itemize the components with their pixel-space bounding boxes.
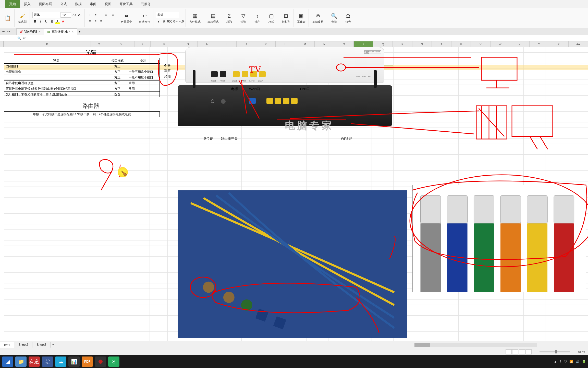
indent-dec-button[interactable]: ⇤ [104,13,109,18]
col-header-I[interactable]: I [217,41,237,47]
col-header-J[interactable]: J [237,41,256,47]
rowcol-button[interactable]: ⊞行和列 [281,11,291,25]
new-tab-button[interactable]: + [77,29,82,34]
taskbar-chart[interactable]: 📊 [68,356,80,367]
col-header-K[interactable]: K [256,41,276,47]
taskbar-start[interactable]: ◢ [2,356,13,367]
col-header-H[interactable]: H [198,41,217,47]
col-header-D[interactable]: D [107,41,134,47]
menu-tab-formula[interactable]: 公式 [56,0,71,8]
format-button[interactable]: ▢格式 [267,11,276,25]
view-normal-button[interactable] [506,349,512,354]
font-color-button[interactable]: A [60,19,66,24]
menu-tab-start[interactable]: 开始 [5,0,20,8]
menu-tab-review[interactable]: 审阅 [86,0,101,8]
sheet-tab-2[interactable]: Sheet2 [14,342,32,348]
tray-network-icon[interactable]: 📶 [569,360,573,363]
col-header-Z[interactable]: Z [549,41,568,47]
col-header-V[interactable]: V [471,41,490,47]
add-sheet-button[interactable]: + [51,342,56,347]
comma-button[interactable]: 000 [167,19,172,24]
col-header-L[interactable]: L [276,41,295,47]
fx-label[interactable]: fx [23,37,26,40]
name-box[interactable] [0,38,15,39]
number-format-select[interactable]: 常规 [156,12,179,18]
taskbar-wps[interactable]: S [108,356,119,367]
search-fx-icon[interactable]: 🔍 [17,37,21,40]
freeze-button[interactable]: ❄冻结窗格 [311,11,325,25]
font-grow-button[interactable]: A↑ [72,13,77,18]
col-header-U[interactable]: U [451,41,471,47]
percent-button[interactable]: % [162,19,167,24]
align-center-button[interactable]: ≡ [93,19,98,24]
undo-button[interactable]: ↶ [1,29,6,34]
sort-button[interactable]: ↕排序 [253,11,262,25]
fill-color-button[interactable]: A [55,19,60,24]
taskbar-files[interactable]: 📁 [15,356,27,367]
col-header-R[interactable]: R [393,41,412,47]
align-left-button[interactable]: ≡ [87,19,92,24]
col-header-AA[interactable]: AA [569,41,588,47]
worksheet-button[interactable]: ▣工作表 [296,11,307,25]
system-tray[interactable]: ▲ ? 🛡 📶 🔊 🔋 [554,360,586,363]
underline-button[interactable]: U [44,19,49,24]
align-right-button[interactable]: ≡ [99,19,104,24]
wrap-button[interactable]: ↩自动换行 [138,11,151,25]
sum-button[interactable]: Σ求和 [225,11,234,25]
align-top-button[interactable]: ⊤ [87,13,92,18]
sheet-tab-3[interactable]: Sheet3 [32,342,51,348]
decimal-inc-button[interactable]: .0→ [173,19,178,24]
currency-button[interactable]: ¥ [156,19,161,24]
col-header-O[interactable]: O [334,41,354,47]
font-shrink-button[interactable]: A↓ [77,13,82,18]
col-header-M[interactable]: M [295,41,315,47]
sheet-tab-1[interactable]: eet1 [0,342,14,348]
doctab-mywps[interactable]: W 我的WPS × [16,28,44,35]
filter-button[interactable]: ▽筛选 [239,11,248,25]
spreadsheet-grid[interactable]: BCDEFGHIJKLMNOPQRSTUVWXYZAA 光猫 释义 接口样式 备… [0,41,588,341]
taskbar-cloud[interactable]: ☁ [55,356,66,367]
format-painter-button[interactable]: 🖌 格式刷 [17,11,28,25]
col-header-N[interactable]: N [315,41,334,47]
taskbar-rec[interactable] [95,356,106,367]
bold-button[interactable]: B [32,19,38,24]
cond-format-button[interactable]: ▦条件格式 [188,11,202,25]
tray-shield-icon[interactable]: 🛡 [564,360,567,363]
cells-area[interactable]: 光猫 释义 接口样式 备注 固话接口方正 电视机顶盒方正一般不用这个接口 方正一… [4,47,588,341]
symbol-button[interactable]: Ω符号 [344,11,353,25]
redo-button[interactable]: ↷ [6,29,11,34]
paste-button[interactable]: 📋 [3,14,12,23]
col-header-X[interactable]: X [510,41,529,47]
decimal-dec-button[interactable]: ←.0 [178,19,183,24]
taskbar-pdf[interactable]: PDF [82,356,93,367]
find-button[interactable]: 🔍查找 [329,11,339,25]
align-middle-button[interactable]: ≡ [93,13,98,18]
align-bottom-button[interactable]: ⊥ [99,13,104,18]
doctab-file[interactable]: ▦ 宽带连接.xls * × [44,28,77,35]
view-page-button[interactable] [512,349,518,354]
indent-inc-button[interactable]: ⇥ [110,13,115,18]
menu-tab-insert[interactable]: 插入 [20,0,35,8]
font-name-select[interactable]: 宋体 [32,12,60,18]
close-tab-icon[interactable]: × [72,30,74,33]
col-header-F[interactable]: F [151,41,178,47]
taskbar-dev[interactable]: DEVC++ [42,356,53,367]
zoom-slider[interactable] [540,351,570,352]
select-all-corner[interactable] [0,41,4,47]
col-header-C[interactable]: C [91,41,107,47]
zoom-out-button[interactable]: − [535,350,536,354]
close-tab-icon[interactable]: × [39,30,41,33]
tray-help-icon[interactable]: ? [559,360,561,363]
view-break-button[interactable] [519,349,525,354]
col-header-P[interactable]: P [354,41,373,47]
taskbar-youdao[interactable]: 有道 [29,356,40,367]
horizontal-scrollbar[interactable] [414,343,537,347]
col-header-S[interactable]: S [412,41,432,47]
view-reading-button[interactable] [525,349,532,354]
font-size-select[interactable]: 12 [61,13,71,18]
col-header-G[interactable]: G [178,41,198,47]
menu-tab-data[interactable]: 数据 [71,0,86,8]
col-header-E[interactable]: E [134,41,151,47]
menu-tab-cloud[interactable]: 云服务 [137,0,155,8]
menu-tab-view[interactable]: 视图 [101,0,115,8]
